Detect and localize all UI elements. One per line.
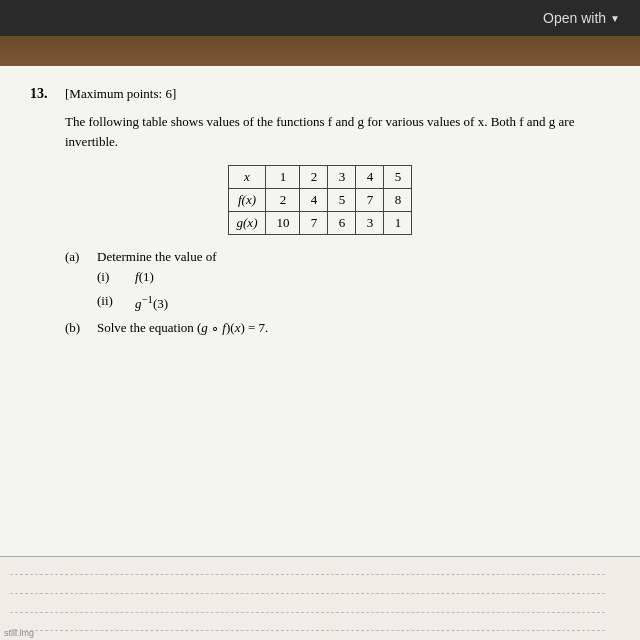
- open-with-button[interactable]: Open with ▼: [543, 10, 620, 26]
- answer-line-3: [10, 612, 605, 613]
- problem-intro-text: The following table shows values of the …: [65, 112, 610, 151]
- open-with-label: Open with: [543, 10, 606, 26]
- table-cell-gx3: 6: [328, 212, 356, 235]
- table-cell-fx1: 2: [266, 189, 300, 212]
- part-a-text: Determine the value of: [97, 249, 216, 265]
- table-cell-x4: 4: [356, 166, 384, 189]
- sub-part-i-text: f(1): [135, 269, 154, 285]
- part-b-text: Solve the equation (g ∘ f)(x) = 7.: [97, 320, 268, 336]
- answer-line-2: [10, 593, 605, 594]
- chevron-down-icon: ▼: [610, 13, 620, 24]
- part-b-letter: (b): [65, 320, 87, 336]
- answer-line-1: [10, 574, 605, 575]
- table-cell-fx5: 8: [384, 189, 412, 212]
- sub-part-ii-label: (ii): [97, 293, 125, 312]
- part-b: (b) Solve the equation (g ∘ f)(x) = 7.: [65, 320, 610, 336]
- table-cell-gx5: 1: [384, 212, 412, 235]
- sub-part-i-label: (i): [97, 269, 125, 285]
- top-bar: Open with ▼: [0, 0, 640, 36]
- function-table: x 1 2 3 4 5 f(x) 2 4 5 7 8 g(x) 10 7 6 3: [228, 165, 413, 235]
- answer-lines: [0, 557, 640, 640]
- document-area: 13. [Maximum points: 6] The following ta…: [0, 66, 640, 556]
- table-cell-fx2: 4: [300, 189, 328, 212]
- desk-surface: [0, 36, 640, 66]
- sub-part-i: (i) f(1): [97, 269, 610, 285]
- table-cell-fx4: 7: [356, 189, 384, 212]
- table-cell-x3: 3: [328, 166, 356, 189]
- question-max-points: [Maximum points: 6]: [65, 86, 176, 102]
- part-a-label: (a) Determine the value of: [65, 249, 610, 265]
- table-cell-gx4: 3: [356, 212, 384, 235]
- table-cell-x5: 5: [384, 166, 412, 189]
- sub-parts-container: (i) f(1) (ii) g−1(3): [97, 269, 610, 312]
- table-cell-x2: 2: [300, 166, 328, 189]
- table-row-gx: g(x) 10 7 6 3 1: [228, 212, 412, 235]
- table-cell-gx-label: g(x): [228, 212, 266, 235]
- still-img-label: still.img: [4, 628, 34, 638]
- table-cell-x1: 1: [266, 166, 300, 189]
- question-header: 13. [Maximum points: 6]: [30, 86, 610, 102]
- table-row-fx: f(x) 2 4 5 7 8: [228, 189, 412, 212]
- table-cell-fx-label: f(x): [228, 189, 266, 212]
- table-cell-x-label: x: [228, 166, 266, 189]
- sub-part-ii-text: g−1(3): [135, 293, 168, 312]
- table-cell-fx3: 5: [328, 189, 356, 212]
- answer-line-4: [10, 630, 605, 631]
- question-number: 13.: [30, 86, 65, 102]
- sub-part-ii: (ii) g−1(3): [97, 293, 610, 312]
- part-a: (a) Determine the value of (i) f(1) (ii)…: [65, 249, 610, 312]
- answer-area: [0, 556, 640, 640]
- table-cell-gx1: 10: [266, 212, 300, 235]
- table-cell-gx2: 7: [300, 212, 328, 235]
- part-b-label: (b) Solve the equation (g ∘ f)(x) = 7.: [65, 320, 610, 336]
- part-a-letter: (a): [65, 249, 87, 265]
- table-row-x: x 1 2 3 4 5: [228, 166, 412, 189]
- function-table-wrapper: x 1 2 3 4 5 f(x) 2 4 5 7 8 g(x) 10 7 6 3: [30, 165, 610, 235]
